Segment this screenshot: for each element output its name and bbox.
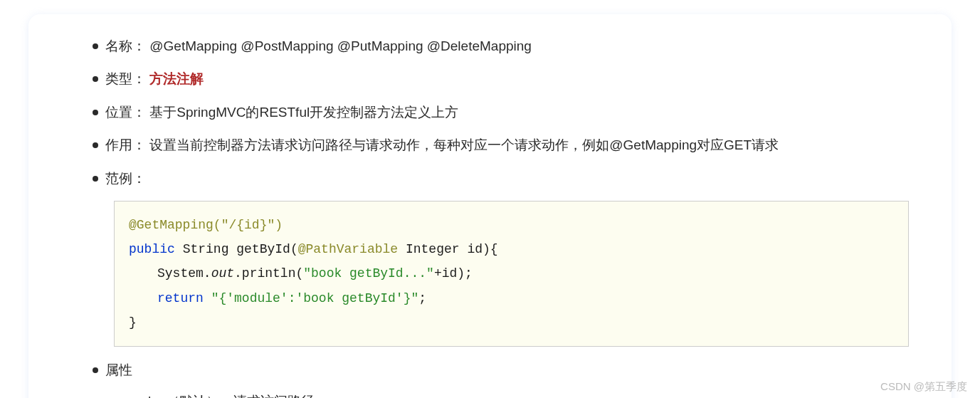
tok-open-paren: ( [290, 242, 298, 256]
purpose-label: 作用： [105, 137, 146, 152]
bullet-icon [93, 76, 98, 82]
code-block: @GetMapping("/{id}") public String getBy… [114, 201, 909, 347]
bullet-icon [93, 142, 98, 148]
attribute-sub-value: value（默认）：请求访问路径 [134, 392, 315, 398]
bullet-icon [93, 367, 98, 373]
item-example: 范例： [93, 168, 909, 189]
tok-semicolon: ; [418, 291, 426, 305]
tok-pathvariable: @PathVariable [298, 242, 398, 256]
type-label: 类型： [105, 71, 146, 86]
example-label: 范例： [105, 168, 146, 189]
code-line-1: @GetMapping("/{id}") [129, 213, 894, 237]
location-value: 基于SpringMVC的RESTful开发控制器方法定义上方 [149, 105, 458, 120]
code-line-5: } [129, 310, 894, 335]
tok-integer: Integer [406, 242, 460, 256]
bullet-icon [93, 43, 98, 49]
type-value: 方法注解 [149, 71, 204, 86]
tok-string-type: String [183, 242, 229, 256]
tok-close-sig: ){ [483, 242, 498, 256]
bullet-icon [93, 110, 98, 115]
tok-param: id [467, 242, 483, 256]
tok-method-name: getById [236, 242, 290, 256]
tok-annotation: @GetMapping [129, 218, 214, 232]
tok-out: out [211, 266, 234, 281]
code-line-2: public String getById(@PathVariable Inte… [129, 237, 894, 261]
watermark: CSDN @第五季度 [880, 380, 967, 394]
tok-println-post: +id); [434, 266, 473, 281]
code-line-4: return "{'module':'book getById'}"; [129, 286, 894, 310]
tok-return-str: "{'module':'book getById'}" [211, 291, 419, 305]
location-label: 位置： [105, 105, 146, 120]
item-name: 名称： @GetMapping @PostMapping @PutMapping… [93, 36, 909, 57]
name-value: @GetMapping @PostMapping @PutMapping @De… [149, 38, 532, 53]
name-label: 名称： [105, 38, 146, 53]
code-line-3: System.out.println("book getById..."+id)… [129, 261, 894, 286]
tok-println-pre: .println( [234, 266, 303, 281]
bullet-icon [93, 176, 98, 182]
item-attribute-sub: value（默认）：请求访问路径 [121, 392, 909, 398]
item-type: 类型： 方法注解 [93, 68, 909, 90]
content-card: 名称： @GetMapping @PostMapping @PutMapping… [28, 14, 952, 398]
item-purpose: 作用： 设置当前控制器方法请求访问路径与请求动作，每种对应一个请求动作，例如@G… [93, 135, 909, 156]
item-location: 位置： 基于SpringMVC的RESTful开发控制器方法定义上方 [93, 102, 909, 123]
tok-close-brace: } [129, 315, 137, 330]
tok-public: public [129, 242, 175, 256]
tok-return: return [157, 291, 204, 305]
tok-println-str: "book getById..." [303, 266, 434, 281]
purpose-value: 设置当前控制器方法请求访问路径与请求动作，每种对应一个请求动作，例如@GetMa… [149, 137, 779, 152]
tok-system: System. [157, 266, 211, 281]
attribute-label: 属性 [105, 360, 132, 381]
tok-annotation-arg: ("/{id}") [214, 218, 283, 232]
item-attribute: 属性 [93, 360, 909, 381]
